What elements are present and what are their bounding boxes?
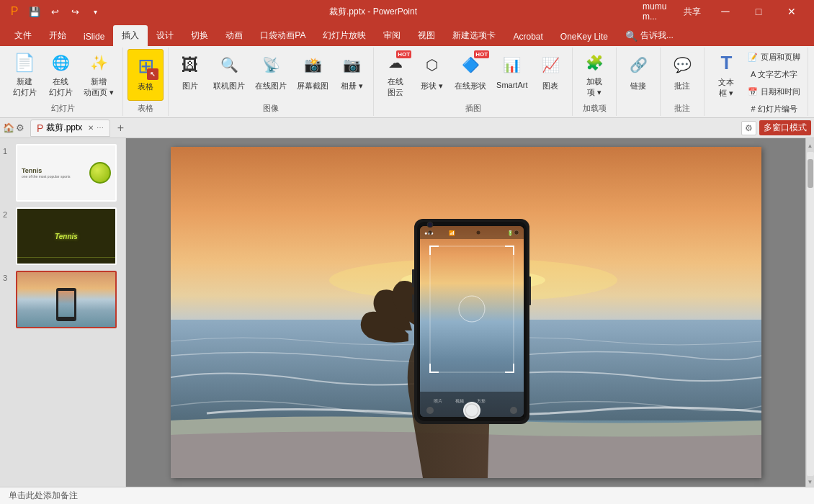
table-label: 表格 [138,81,153,92]
slides-group-label: 幻灯片 [7,102,118,114]
smartart-button[interactable]: 📊 SmartArt [492,49,532,101]
undo-button[interactable]: ↩ [46,3,63,20]
smartart-label: SmartArt [496,81,527,89]
slide1-text: Tennis one of the most popular sports [22,167,86,179]
tab-design[interactable]: 设计 [148,25,182,46]
svg-rect-27 [412,294,414,312]
scroll-down-arrow[interactable]: ▼ [806,477,814,487]
ppt-icon: P [37,122,43,134]
ribbon-group-text: T 文本框 ▾ 📝 页眉和页脚 A 文字艺术字 📅 日期和时间 # 幻灯片编号 … [705,48,808,116]
slide-canvas[interactable]: ●●● 📶 🔋 [171,147,761,478]
redo-button[interactable]: ↪ [66,3,84,20]
slide1-subtitle: one of the most popular sports [22,174,86,179]
addins-label: 加载项 ▾ [586,76,602,98]
tab-menu-button[interactable]: ⋯ [97,124,104,132]
tab-settings-icon[interactable]: ⚙ [16,122,24,133]
document-tab[interactable]: P 裁剪.pptx ✕ ⋯ [30,120,110,137]
tab-islide[interactable]: iSlide [75,27,113,46]
qa-dropdown-button[interactable]: ▾ [86,3,104,20]
image-group-label: 图像 [173,102,369,114]
illustration-group-label: 插图 [378,102,568,114]
close-button[interactable]: ✕ [775,0,808,23]
header-footer-button[interactable]: 📝 页眉和页脚 [745,49,802,65]
scroll-up-arrow[interactable]: ▲ [806,141,814,150]
scroll-track[interactable] [807,152,814,476]
tab-review[interactable]: 审阅 [375,25,409,46]
tab-animations[interactable]: 动画 [217,25,251,46]
right-scrollbar[interactable]: ▲ ▼ [805,138,814,487]
table-group-items: ⊞ 表格 ↖ [128,49,164,102]
tab-search[interactable]: 🔍 告诉我... [617,25,682,46]
comment-button[interactable]: 💬 批注 [665,49,699,101]
tab-file[interactable]: 文件 [6,25,40,46]
tab-transitions[interactable]: 切换 [182,25,217,46]
online-picture-label: 联机图片 [213,81,245,91]
online-picture-button[interactable]: 🔍 联机图片 [209,49,249,101]
chart-icon: 📈 [537,52,563,78]
share-button[interactable]: 共享 [676,0,709,23]
comment-group-items: 💬 批注 [665,49,699,102]
main-area: 1 Tennis one of the most popular sports … [0,138,814,487]
table-button[interactable]: ⊞ 表格 ↖ [128,49,164,101]
screenshot-label: 屏幕截图 [297,81,328,91]
slide-preview-3[interactable] [16,271,117,328]
online-slide-button[interactable]: 🌐 在线幻灯片 [43,49,78,101]
ribbon-group-table: ⊞ 表格 ↖ 表格 [123,48,169,116]
settings-icon[interactable]: ⚙ [741,121,756,135]
link-button[interactable]: 🔗 链接 [621,49,656,101]
wordcloud-button[interactable]: HOT ☁ 在线图云 [378,49,413,101]
slide-preview-1[interactable]: Tennis one of the most popular sports [16,144,117,202]
new-slide-button[interactable]: 📄 新建幻灯片 [7,49,42,101]
screenshot-button[interactable]: 📸 屏幕截图 [292,49,333,101]
svg-point-29 [428,223,431,227]
user-icon[interactable]: mumu m... [643,0,676,23]
tab-home-icon[interactable]: 🏠 [3,122,14,133]
ribbon-group-image: 🖼 图片 🔍 联机图片 📡 在线图片 📸 屏幕截图 📷 相册 ▾ 图像 [169,48,374,116]
chart-button[interactable]: 📈 图表 [533,49,568,101]
multi-window-button[interactable]: 多窗口模式 [759,120,811,135]
album-button[interactable]: 📷 相册 ▾ [334,49,369,101]
new-tab-button[interactable]: + [113,121,128,135]
wordart-button[interactable]: A 文字艺术字 [745,66,802,82]
tab-onekey[interactable]: OneKey Lite [552,27,617,46]
shapes-button[interactable]: ⬡ 形状 ▾ [414,49,449,101]
online-img-button[interactable]: 📡 在线图片 [251,49,291,101]
slideno-button[interactable]: # 幻灯片编号 [745,101,802,117]
slide-thumb-1[interactable]: 1 Tennis one of the most popular sports [3,144,122,202]
tab-new[interactable]: 新建选项卡 [444,25,504,46]
maximize-button[interactable]: □ [742,0,775,23]
notes-bar[interactable]: 单击此处添加备注 [0,487,814,504]
link-label: 链接 [630,81,646,91]
notes-placeholder: 单击此处添加备注 [9,490,78,502]
slide-preview-2[interactable]: Tennis [16,207,117,265]
addins-button[interactable]: 🧩 加载项 ▾ [577,49,612,101]
tab-insert[interactable]: 插入 [113,25,148,46]
minimize-button[interactable]: ─ [709,0,742,23]
canvas-area: ●●● 📶 🔋 [126,138,805,487]
slide-thumb-3[interactable]: 3 [3,271,122,328]
scroll-thumb[interactable] [808,159,813,188]
new-animation-button[interactable]: ✨ 新增动画页 ▾ [79,49,118,101]
user-label: mumu m... [643,1,676,22]
tab-home[interactable]: 开始 [40,25,75,46]
online-picture-icon: 🔍 [216,52,242,78]
slide-num-1: 1 [3,144,13,156]
tab-acrobat[interactable]: Acrobat [504,27,551,46]
addins-icon: 🧩 [581,52,607,73]
ribbon-tab-bar: 文件 开始 iSlide 插入 设计 切换 动画 口袋动画PA 幻灯片放映 审阅… [0,23,814,46]
cursor-indicator: ↖ [147,68,158,80]
online-shapes-button[interactable]: HOT 🔷 在线形状 [450,49,491,101]
ribbon-group-link: 🔗 链接 [617,48,661,116]
quick-access-toolbar: P 💾 ↩ ↪ ▾ [6,3,104,20]
link-icon: 🔗 [625,52,651,78]
comment-icon: 💬 [669,52,695,78]
picture-button[interactable]: 🖼 图片 [173,49,207,101]
tab-pa[interactable]: 口袋动画PA [251,25,314,46]
tab-close-button[interactable]: ✕ [88,124,94,132]
slide-thumb-2[interactable]: 2 Tennis [3,207,122,265]
save-button[interactable]: 💾 [26,3,43,20]
tab-slideshow[interactable]: 幻灯片放映 [314,25,375,46]
textbox-button[interactable]: T 文本框 ▾ [709,49,743,101]
datetime-button[interactable]: 📅 日期和时间 [745,84,802,99]
tab-view[interactable]: 视图 [409,25,444,46]
